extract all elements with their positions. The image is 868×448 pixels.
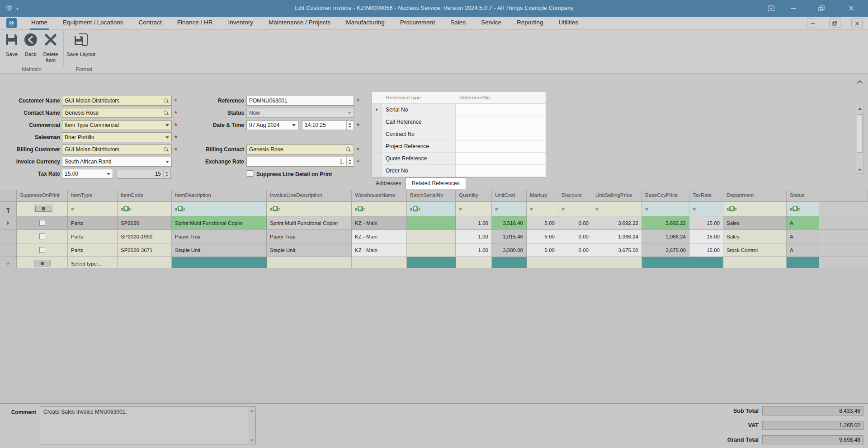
reference-no-cell[interactable]	[456, 116, 546, 128]
ribbon-tab-contract[interactable]: Contract	[131, 17, 170, 30]
col-header-itemdescription[interactable]: ItemDescription	[172, 190, 267, 201]
grid-cell-unitsellingprice[interactable]: 1,066.24	[592, 230, 642, 243]
filter-cell-invoicelinedescription[interactable]: aBc	[267, 202, 352, 216]
ribbon-tab-inventory[interactable]: Inventory	[220, 17, 261, 30]
filter-cell-unitsellingprice[interactable]: =	[592, 202, 642, 216]
doc-restore-button[interactable]	[829, 19, 840, 28]
grid-cell-suppressonprint[interactable]	[17, 230, 68, 243]
spinner-arrows-icon[interactable]	[346, 121, 351, 130]
reference-no-cell[interactable]	[456, 165, 546, 177]
grid-cell-unitcost[interactable]: 3,516.40	[492, 216, 527, 229]
comment-scrollbar[interactable]	[248, 407, 255, 443]
filter-cell-suppressonprint[interactable]	[17, 202, 68, 216]
grid-cell-baseccyprice[interactable]: 3,692.22	[642, 216, 689, 229]
grid-cell-status[interactable]: A	[787, 230, 819, 243]
grid-cell-status[interactable]: A	[787, 243, 819, 257]
reference-input[interactable]: POMNU063001	[246, 96, 354, 106]
grid-cell-department[interactable]: Sales	[723, 216, 787, 229]
delete-item-button[interactable]: Delete Item	[41, 33, 61, 63]
col-header-baseccyprice[interactable]: BaseCcyPrice	[642, 190, 689, 201]
reference-no-cell[interactable]	[456, 104, 546, 116]
reference-no-cell[interactable]	[456, 128, 546, 140]
col-header-warehousename[interactable]: WarehouseName	[352, 190, 407, 201]
window-close-button[interactable]	[844, 3, 858, 14]
tax-rate-dropdown[interactable]: 15.00	[62, 169, 113, 179]
ribbon-tab-utilities[interactable]: Utilities	[551, 17, 586, 30]
grid-cell-markup[interactable]: 5.00	[527, 230, 558, 243]
scroll-up-icon[interactable]	[248, 407, 255, 414]
scrollbar-thumb[interactable]	[857, 114, 863, 153]
filter-funnel-icon[interactable]	[0, 202, 17, 216]
col-header-taxrate[interactable]: TaxRate	[689, 190, 723, 201]
grid-cell-itemcode[interactable]: SP2020-1992	[118, 230, 172, 243]
grid-cell-taxrate[interactable]: 15.00	[689, 243, 723, 257]
suppress-line-detail-checkbox[interactable]	[247, 170, 253, 177]
col-header-department[interactable]: Department	[723, 190, 787, 201]
ribbon-tab-equipment-locations[interactable]: Equipment / Locations	[55, 17, 131, 30]
reference-row-contract-no[interactable]: Contract No	[372, 128, 546, 140]
save-button[interactable]: Save	[3, 33, 21, 57]
billing-contact-field[interactable]: Genesis Rose	[246, 145, 354, 154]
save-layout-button[interactable]: Save Layout	[66, 33, 96, 57]
dock-window-icon[interactable]	[764, 3, 778, 14]
filter-cell-itemdescription[interactable]: aBc	[172, 202, 267, 216]
filter-cell-baseccyprice[interactable]: =	[642, 202, 689, 216]
reference-no-cell[interactable]	[456, 153, 546, 164]
reference-type-cell[interactable]: Contract No	[382, 128, 456, 140]
grid-cell-discount[interactable]: 0.00	[558, 243, 592, 257]
reference-type-cell[interactable]: Project Reference	[382, 140, 456, 152]
comment-textarea[interactable]: Create Sales Invoice MNU063001.	[40, 406, 256, 444]
time-spinner[interactable]: 14:10:25	[302, 120, 354, 130]
grid-cell-itemdescription[interactable]: Sprint Multi Functional Copier	[172, 216, 267, 229]
col-header-unitsellingprice[interactable]: UnitSellingPrice	[592, 190, 642, 201]
app-gear-button[interactable]	[6, 18, 17, 28]
collapse-ribbon-icon[interactable]	[857, 78, 863, 82]
suppress-checkbox[interactable]	[39, 233, 45, 239]
grid-cell-unitcost[interactable]: 1,015.46	[492, 230, 527, 243]
ribbon-tab-manufacturing[interactable]: Manufacturing	[338, 17, 392, 30]
grid-cell-markup[interactable]: 5.00	[527, 216, 558, 229]
search-icon[interactable]	[345, 147, 351, 153]
scroll-down-icon[interactable]	[248, 437, 255, 443]
grid-cell-markup[interactable]: 5.00	[527, 243, 558, 257]
grid-cell-batchserialno[interactable]	[407, 230, 456, 243]
back-button[interactable]: Back	[22, 33, 40, 57]
salesman-dropdown[interactable]: Briar Portillo	[62, 132, 172, 142]
col-header-status[interactable]: Status	[787, 190, 819, 201]
grid-cell-baseccyprice[interactable]: 3,675.00	[642, 243, 689, 257]
grid-cell-itemtype[interactable]: Parts	[68, 243, 118, 257]
scroll-up-icon[interactable]	[856, 105, 863, 112]
col-header-itemtype[interactable]: ItemType	[68, 190, 118, 201]
filter-cell-itemcode[interactable]: aBc	[118, 202, 172, 216]
reference-panel-scrollbar[interactable]	[856, 105, 863, 174]
tab-related-references[interactable]: Related References	[406, 177, 466, 189]
reference-row-order-no[interactable]: Order No	[372, 165, 546, 177]
doc-minimize-button[interactable]	[807, 19, 818, 28]
grid-cell-quantity[interactable]: 1.00	[456, 230, 492, 243]
col-header-quantity[interactable]: Quantity	[456, 190, 492, 201]
grid-cell-invoicelinedescription[interactable]: Sprint Multi Functional Copier	[267, 216, 352, 229]
tax-rate-spinner[interactable]: 15	[117, 169, 171, 179]
filter-cell-quantity[interactable]: =	[456, 202, 492, 216]
grid-cell-warehousename[interactable]: KZ - Main	[352, 216, 407, 229]
grid-cell-department[interactable]: Sales	[723, 230, 787, 243]
ribbon-tab-home[interactable]: Home	[24, 17, 55, 30]
filter-cell-unitcost[interactable]: =	[492, 202, 527, 216]
grid-cell-unitsellingprice[interactable]: 3,675.00	[592, 243, 642, 257]
col-header-discount[interactable]: Discount	[558, 190, 592, 201]
col-header-batchserialno[interactable]: BatchSerialNo	[407, 190, 456, 201]
grid-cell-suppressonprint[interactable]	[17, 216, 68, 229]
grid-cell-quantity[interactable]: 1.00	[456, 243, 492, 257]
exchange-rate-spinner[interactable]: 1.	[246, 157, 354, 167]
grid-cell-warehousename[interactable]: KZ - Main	[352, 243, 407, 257]
grid-cell-itemcode[interactable]: SP2020-3671	[118, 243, 172, 257]
reference-row-call-reference[interactable]: Call Reference	[372, 116, 546, 128]
grid-cell-taxrate[interactable]: 15.00	[689, 230, 723, 243]
window-minimize-button[interactable]	[787, 3, 800, 14]
grid-cell-itemdescription[interactable]: Staple Unit	[172, 243, 267, 257]
ribbon-tab-procurement[interactable]: Procurement	[392, 17, 443, 30]
filter-cell-markup[interactable]: =	[527, 202, 558, 216]
reference-row-project-reference[interactable]: Project Reference	[372, 140, 546, 153]
grid-cell-itemcode[interactable]: SP2020	[118, 216, 172, 229]
reference-type-cell[interactable]: Order No	[382, 165, 456, 177]
